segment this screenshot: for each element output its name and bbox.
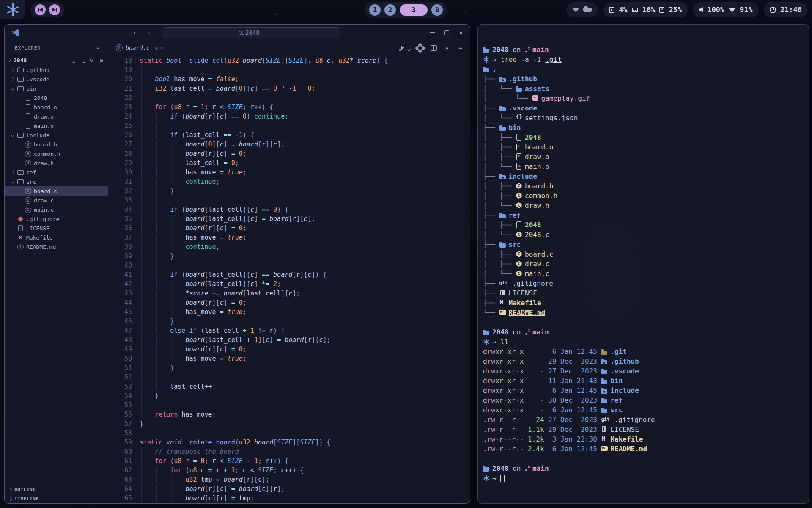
line-number: 64: [108, 484, 132, 494]
code-line: 35│ │ │ board[last_cell][c] = board[r][c…: [108, 214, 470, 224]
code-line: 38│ │ │ continue;: [108, 242, 470, 251]
explorer-item-board-o[interactable]: board.o: [5, 102, 108, 112]
line-number: 20: [108, 75, 132, 84]
volume-icon: [699, 7, 703, 12]
M-icon: [499, 300, 507, 306]
code-line: 51│ │ }: [108, 363, 470, 373]
code-line: 65│ │ │ board[c][r] = tmp;: [108, 494, 470, 503]
terminal-line: [483, 318, 804, 327]
line-number: 36: [108, 224, 132, 233]
workspace-2[interactable]: 2: [384, 4, 396, 16]
terminal-line: │ └── main.o: [483, 162, 804, 171]
workspace-3-active[interactable]: 3: [400, 4, 428, 16]
explorer-item--github[interactable]: .github: [5, 65, 108, 75]
code-line: 30│ │ │ has_move = true;: [108, 168, 470, 177]
new-file-button[interactable]: [68, 57, 74, 63]
split-editor-button[interactable]: [430, 44, 437, 51]
snowflake-icon: [6, 3, 19, 16]
code-line: 20│ bool has_move = false;: [108, 75, 470, 84]
line-number: 60: [108, 447, 132, 456]
run-debug-button[interactable]: [399, 44, 406, 51]
explorer-item-readme-md[interactable]: README.md: [5, 242, 108, 251]
collapse-all-button[interactable]: ⊟: [99, 57, 104, 63]
timeline-panel[interactable]: TIMELINE: [5, 494, 108, 503]
code-line: 42│ │ │ board[last_cell][c] *= 2;: [108, 279, 470, 289]
cpu-icon: [609, 7, 614, 13]
command-center-search[interactable]: [163, 27, 340, 38]
c-icon: [516, 271, 523, 277]
workspace-8[interactable]: 8: [431, 4, 443, 16]
indent-guide: │ │: [140, 327, 170, 334]
maximize-button[interactable]: [444, 30, 450, 36]
nix-logo-button[interactable]: [0, 0, 25, 19]
run-dropdown-icon[interactable]: [406, 46, 410, 50]
explorer-item-bin[interactable]: bin: [5, 84, 108, 93]
media-next-button[interactable]: [49, 4, 60, 15]
workspace-1[interactable]: 1: [369, 4, 381, 16]
new-folder-button[interactable]: [78, 57, 84, 63]
cpu-value: 4%: [619, 6, 627, 14]
explorer-item-src[interactable]: src: [5, 177, 108, 186]
line-number: 46: [108, 317, 132, 326]
terminal-line: →: [483, 473, 804, 483]
explorer-item-license[interactable]: LICENSE: [5, 224, 108, 233]
vscode-titlebar[interactable]: ← → ×: [5, 25, 470, 41]
explorer-item--gitignore[interactable]: .gitignore: [5, 214, 108, 224]
code-line: 34│ │ if (board[last_cell][c] == 0) {: [108, 205, 470, 214]
explorer-item-draw-h[interactable]: draw.h: [5, 158, 108, 168]
code-line: 55│: [108, 400, 470, 410]
explorer-item-draw-c[interactable]: draw.c: [5, 196, 108, 205]
search-input[interactable]: [245, 29, 265, 36]
explorer-item-label: draw.h: [34, 160, 54, 166]
wifi-icon: [729, 7, 735, 12]
explorer-item--vscode[interactable]: .vscode: [5, 75, 108, 84]
editor-more-button[interactable]: ⋯: [457, 44, 464, 51]
explorer-item-board-h[interactable]: board.h: [5, 140, 108, 149]
explorer-item-board-c[interactable]: board.c: [5, 186, 108, 196]
terminal-line: │ └── assets: [483, 84, 804, 94]
media-prev-button[interactable]: [35, 4, 46, 15]
code-line: 61│ for (u8 r = 0; r < SIZE - 1; r++) {: [108, 456, 470, 466]
disk-value: 25%: [669, 6, 682, 14]
explorer-item-ref[interactable]: ref: [5, 168, 108, 177]
code-line: 59static void _rotate_board(u32 board[SI…: [108, 438, 470, 447]
folder-icon: [499, 213, 507, 218]
close-editor-button[interactable]: ×: [444, 44, 450, 51]
explorer-item-label: ref: [26, 169, 36, 176]
close-button[interactable]: ×: [458, 30, 464, 36]
gear-icon[interactable]: [417, 44, 423, 51]
code-line: 32│ │ }: [108, 186, 470, 196]
explorer-item-include[interactable]: include: [5, 130, 108, 140]
explorer-item-draw-o[interactable]: draw.o: [5, 112, 108, 121]
explorer-item-main-o[interactable]: main.o: [5, 121, 108, 130]
explorer-more-button[interactable]: ⋯: [96, 44, 99, 51]
explorer-item-label: Makefile: [26, 235, 53, 241]
tab-board-c[interactable]: board.c src: [116, 44, 164, 51]
outline-panel[interactable]: OUTLINE: [5, 485, 108, 494]
clock-value: 21:46: [780, 6, 802, 14]
nav-forward-button[interactable]: →: [145, 28, 150, 37]
indent-guide: │ │ │: [140, 485, 185, 493]
chevron-down-icon: [11, 133, 14, 137]
code-line: 58: [108, 428, 470, 438]
folder-icon: [601, 369, 608, 374]
doc-file-icon: [25, 113, 31, 120]
indent-guide: │ │ │: [140, 215, 185, 223]
explorer-item-makefile[interactable]: Makefile: [5, 233, 108, 242]
nav-back-button[interactable]: ←: [134, 28, 138, 37]
terminal-line: .: [483, 64, 804, 74]
branch-icon: [525, 47, 530, 53]
terminal-window[interactable]: 2048 on main→ tree -a -I .git.├── .githu…: [477, 24, 809, 504]
explorer-root-folder[interactable]: 2048 ↻ ⊟: [5, 55, 108, 65]
explorer-item-main-c[interactable]: main.c: [5, 205, 108, 214]
refresh-button[interactable]: ↻: [88, 57, 94, 63]
explorer-item-common-h[interactable]: common.h: [5, 149, 108, 158]
terminal-line: drwxr-xr-x - 6 Jan 12:45 .git: [483, 347, 804, 356]
code-editor[interactable]: 18static bool _slide_col(u32 board[SIZE]…: [108, 55, 470, 503]
line-number: 29: [108, 158, 132, 168]
explorer-item-2048[interactable]: 2048: [5, 93, 108, 102]
explorer-item-label: 2048: [34, 95, 47, 101]
minimize-button[interactable]: [429, 30, 435, 36]
line-number: 51: [108, 363, 132, 373]
indent-guide: │ │ │: [140, 336, 185, 344]
